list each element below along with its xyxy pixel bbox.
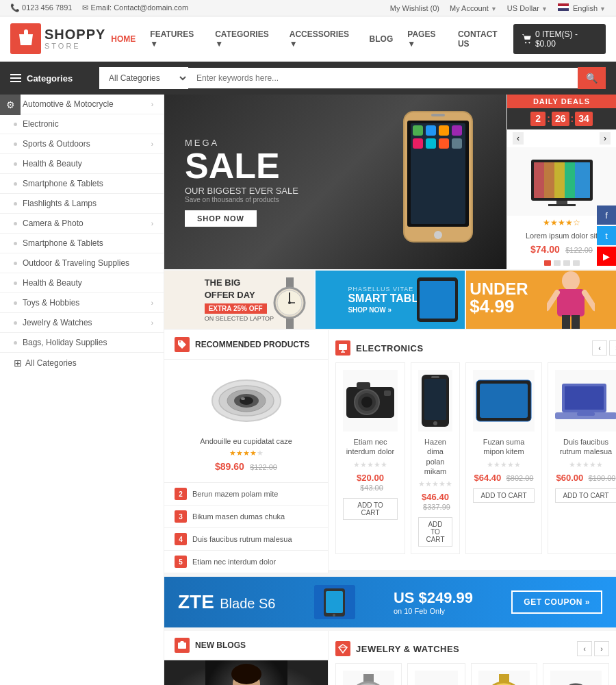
promo-model: Blade S6 xyxy=(220,596,275,611)
electronics-icon xyxy=(335,340,350,356)
deal-dot-1[interactable] xyxy=(544,260,551,266)
logo-icon xyxy=(10,23,41,54)
promo-phone-image xyxy=(314,585,355,619)
get-coupon-button[interactable]: GET COUPON » xyxy=(511,590,602,614)
svg-rect-5 xyxy=(413,125,423,136)
main-nav: HOME FEATURES ▼ CATEGORIES ▼ ACCESSORIES… xyxy=(105,26,513,52)
chevron-right-icon: › xyxy=(151,319,153,327)
sub-banner-tablet[interactable]: PHASELLUS VITAE SMART TABLET SHOP NOW » xyxy=(316,271,465,329)
deal-prev-button[interactable]: ‹ xyxy=(513,132,524,145)
blog-person-svg xyxy=(205,660,287,685)
language-label: English xyxy=(573,4,598,12)
svg-rect-38 xyxy=(562,315,570,329)
svg-rect-14 xyxy=(431,114,445,116)
svg-rect-19 xyxy=(554,162,565,198)
nav-pages[interactable]: PAGES ▼ xyxy=(402,26,449,52)
sidebar-item-label: Outdoor & Traveling Supplies xyxy=(23,258,129,268)
watch-image xyxy=(271,277,309,329)
language-link[interactable]: English ▼ xyxy=(558,3,606,12)
deal-dot-2[interactable] xyxy=(554,260,561,266)
deal-next-button[interactable]: › xyxy=(600,132,611,145)
electronics-prev-button[interactable]: ‹ xyxy=(592,340,607,356)
hamburger-menu[interactable] xyxy=(10,74,21,82)
jewelry-prev-button[interactable]: ‹ xyxy=(577,641,592,656)
language-dropdown-arrow: ▼ xyxy=(600,5,606,12)
electronics-section: ELECTRONICS ‹ › xyxy=(329,330,616,570)
electronics-products-grid: Etiam nec interdum dolor ★★★★★ $20.00 $4… xyxy=(335,362,616,554)
sidebar-item-smartphone[interactable]: Smartphone & Tablets xyxy=(0,174,164,194)
sub-banner-offer[interactable]: THE BIG OFFER DAY EXTRA 25% OFF ON SELEC… xyxy=(164,271,314,329)
shop-now-button[interactable]: SHOP NOW xyxy=(185,210,257,227)
rec-list-item-5[interactable]: 5 Etiam nec interdum dolor xyxy=(164,551,328,573)
sidebar-item-flashlights[interactable]: Flashlights & Lamps xyxy=(0,194,164,214)
sidebar-item-electronic[interactable]: Electronic xyxy=(0,114,164,134)
sidebar-item-sports[interactable]: Sports & Outdoors › xyxy=(0,134,164,154)
hamburger-line xyxy=(10,77,21,79)
sidebar-item-label: Jewelry & Watches xyxy=(23,318,92,327)
nav-home[interactable]: HOME xyxy=(105,31,141,47)
svg-point-45 xyxy=(241,397,245,400)
sub-banner-under[interactable]: UNDER $4.99 xyxy=(466,271,616,329)
tablet-image xyxy=(413,274,461,327)
cart-button[interactable]: 0 ITEM(S) - $0.00 xyxy=(513,24,606,54)
product-current-price-2: $46.40 xyxy=(422,492,449,502)
account-link[interactable]: My Account ▼ xyxy=(450,4,497,12)
svg-rect-46 xyxy=(339,344,347,350)
nav-contact[interactable]: CONTACT US xyxy=(452,26,513,52)
banner-area: MEGA SALE OUR BIGGEST EVER SALE Save on … xyxy=(164,95,616,269)
sidebar-item-outdoor[interactable]: Outdoor & Traveling Supplies xyxy=(0,253,164,273)
phone-icon: 📞 xyxy=(10,3,20,12)
sidebar-item-camera[interactable]: Camera & Photo › xyxy=(0,214,164,234)
search-button[interactable]: 🔍 xyxy=(578,67,606,89)
nav-features[interactable]: FEATURES ▼ xyxy=(144,26,206,52)
search-category-select[interactable]: All Categories xyxy=(99,67,188,89)
jewelry-image-3 xyxy=(478,671,530,685)
sidebar-item-bags[interactable]: Bags, Holiday Supplies xyxy=(0,333,164,353)
electronics-next-button[interactable]: › xyxy=(609,340,616,356)
facebook-button[interactable]: f xyxy=(597,206,616,225)
svg-point-57 xyxy=(433,421,437,425)
wishlist-link[interactable]: My Wishlist (0) xyxy=(390,4,439,12)
currency-link[interactable]: US Dollar ▼ xyxy=(507,4,548,12)
gold-watch-svg xyxy=(478,674,530,685)
sidebar-item-jewelry[interactable]: Jewelry & Watches › xyxy=(0,313,164,333)
sidebar-item-health2[interactable]: Health & Beauty xyxy=(0,273,164,293)
monitor-icon xyxy=(338,343,348,353)
add-to-cart-button-1[interactable]: ADD TO CART xyxy=(343,498,398,520)
sidebar-item-toys[interactable]: Toys & Hobbies › xyxy=(0,293,164,313)
jewelry-next-button[interactable]: › xyxy=(594,641,609,656)
rec-list-item-3[interactable]: 3 Bikum masen dumas chuka xyxy=(164,506,328,528)
search-input[interactable] xyxy=(188,68,578,88)
sidebar-dot xyxy=(14,222,17,225)
add-to-cart-button-2[interactable]: ADD TO CART xyxy=(418,517,452,547)
sub-banners: THE BIG OFFER DAY EXTRA 25% OFF ON SELEC… xyxy=(164,269,616,330)
deal-dot-4[interactable] xyxy=(573,260,580,266)
youtube-button[interactable]: ▶ xyxy=(597,247,616,266)
sidebar-all-categories[interactable]: ⊞ All Categories xyxy=(0,353,164,373)
featured-product-stars: ★★★★★ xyxy=(175,449,318,458)
sidebar-item-label: Flashlights & Lamps xyxy=(23,199,97,208)
twitter-button[interactable]: t xyxy=(597,226,616,245)
rec-list-item-2[interactable]: 2 Berun mazem polam mite xyxy=(164,483,328,506)
add-to-cart-button-4[interactable]: ADD TO CART xyxy=(555,488,616,503)
gear-button[interactable]: ⚙ xyxy=(0,95,21,115)
nav-categories[interactable]: CATEGORIES ▼ xyxy=(209,26,281,52)
logo[interactable]: SHOPPY STORE xyxy=(10,23,105,54)
biggest-text: OUR BIGGEST EVER SALE xyxy=(185,186,298,196)
svg-marker-77 xyxy=(339,645,347,653)
watch2-svg xyxy=(343,674,394,685)
sidebar-dot xyxy=(14,162,17,166)
product-image-3 xyxy=(473,370,535,432)
nav-blog[interactable]: BLOG xyxy=(364,31,399,47)
deal-dot-3[interactable] xyxy=(563,260,570,266)
sidebar-item-smartphone2[interactable]: Smartphone & Tablets xyxy=(0,234,164,253)
rec-list-item-4[interactable]: 4 Duis faucibus rutrum malesua xyxy=(164,528,328,551)
sidebar-item-label: Automotive & Motocrycle xyxy=(23,99,114,109)
rec-list-name-4: Duis faucibus rutrum malesua xyxy=(192,535,292,543)
sidebar-item-health[interactable]: Health & Beauty xyxy=(0,154,164,174)
add-to-cart-button-3[interactable]: ADD TO CART xyxy=(473,488,535,503)
svg-point-74 xyxy=(231,664,261,684)
nav-accessories[interactable]: ACCESSORIES ▼ xyxy=(284,26,361,52)
promo-phone-svg xyxy=(322,587,346,618)
sidebar-item-automotive[interactable]: Automotive & Motocrycle › xyxy=(0,95,164,114)
